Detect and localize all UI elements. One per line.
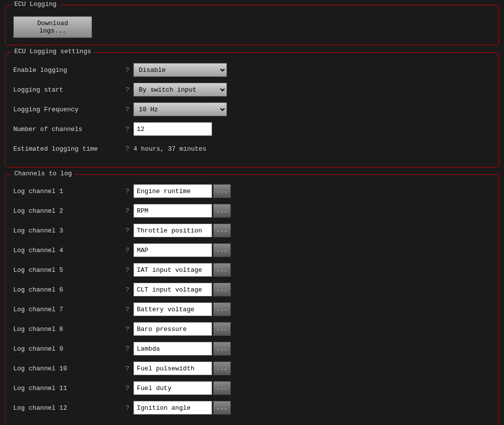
channel-value-input-11[interactable] bbox=[133, 381, 212, 395]
channel-label-9: Log channel 9 bbox=[13, 345, 122, 353]
download-logs-button[interactable]: Download logs... bbox=[13, 16, 92, 38]
channel-label-2: Log channel 2 bbox=[13, 207, 122, 215]
channel-row-4: Log channel 4?... bbox=[13, 242, 491, 259]
channel-browse-button-1[interactable]: ... bbox=[213, 184, 231, 198]
channel-browse-button-11[interactable]: ... bbox=[213, 381, 231, 395]
channel-value-input-4[interactable] bbox=[133, 243, 212, 257]
ecu-logging-settings-panel: ECU Logging settings Enable logging?Disa… bbox=[5, 52, 499, 167]
channel-row-3: Log channel 3?... bbox=[13, 222, 491, 239]
channel-row-1: Log channel 1?... bbox=[13, 183, 491, 199]
channel-value-input-9[interactable] bbox=[133, 342, 212, 356]
channel-browse-button-5[interactable]: ... bbox=[213, 263, 231, 277]
channel-help-icon-8[interactable]: ? bbox=[122, 326, 133, 333]
ecu-logging-panel: ECU Logging Download logs... bbox=[5, 5, 499, 45]
channels-panel: Channels to log Log channel 1?...Log cha… bbox=[5, 174, 499, 425]
help-icon-estimated_logging_time[interactable]: ? bbox=[122, 145, 133, 153]
help-icon-logging_start[interactable]: ? bbox=[122, 86, 133, 94]
channel-label-1: Log channel 1 bbox=[13, 188, 122, 195]
channel-browse-button-7[interactable]: ... bbox=[213, 302, 231, 316]
channel-label-10: Log channel 10 bbox=[13, 365, 122, 372]
label-enable_logging: Enable logging bbox=[13, 66, 122, 74]
help-icon-logging_frequency[interactable]: ? bbox=[122, 106, 133, 113]
settings-row-estimated_logging_time: Estimated logging time?4 hours, 37 minut… bbox=[13, 140, 491, 157]
channel-value-input-8[interactable] bbox=[133, 322, 212, 336]
channel-help-icon-9[interactable]: ? bbox=[122, 345, 133, 353]
select-enable_logging[interactable]: DisableEnable bbox=[133, 63, 227, 77]
channel-help-icon-7[interactable]: ? bbox=[122, 306, 133, 313]
channel-browse-button-3[interactable]: ... bbox=[213, 224, 231, 237]
channel-label-8: Log channel 8 bbox=[13, 326, 122, 333]
channel-label-12: Log channel 12 bbox=[13, 404, 122, 412]
channel-row-7: Log channel 7?... bbox=[13, 301, 491, 318]
settings-row-enable_logging: Enable logging?DisableEnable bbox=[13, 62, 491, 78]
channel-row-12: Log channel 12?... bbox=[13, 399, 491, 416]
channel-row-6: Log channel 6?... bbox=[13, 281, 491, 298]
channel-label-7: Log channel 7 bbox=[13, 306, 122, 313]
label-estimated_logging_time: Estimated logging time bbox=[13, 145, 122, 153]
select-logging_start[interactable]: By switch inputAlwaysBy RPM bbox=[133, 83, 227, 97]
channel-value-input-6[interactable] bbox=[133, 283, 212, 296]
channel-label-4: Log channel 4 bbox=[13, 247, 122, 254]
settings-row-logging_start: Logging start?By switch inputAlwaysBy RP… bbox=[13, 81, 491, 98]
label-logging_start: Logging start bbox=[13, 86, 122, 94]
label-logging_frequency: Logging Frequency bbox=[13, 106, 122, 113]
channel-help-icon-2[interactable]: ? bbox=[122, 207, 133, 215]
channel-row-11: Log channel 11?... bbox=[13, 380, 491, 396]
channel-help-icon-11[interactable]: ? bbox=[122, 385, 133, 392]
channel-value-input-1[interactable] bbox=[133, 184, 212, 198]
settings-row-logging_frequency: Logging Frequency?1 Hz5 Hz10 Hz20 Hz50 H… bbox=[13, 101, 491, 118]
settings-row-number_of_channels: Number of channels? bbox=[13, 121, 491, 137]
channel-value-input-10[interactable] bbox=[133, 361, 212, 375]
channel-help-icon-1[interactable]: ? bbox=[122, 188, 133, 195]
channel-label-5: Log channel 5 bbox=[13, 266, 122, 274]
channel-help-icon-6[interactable]: ? bbox=[122, 286, 133, 294]
channel-label-6: Log channel 6 bbox=[13, 286, 122, 294]
channel-help-icon-10[interactable]: ? bbox=[122, 365, 133, 372]
channel-browse-button-12[interactable]: ... bbox=[213, 401, 231, 415]
value-estimated_logging_time: 4 hours, 37 minutes bbox=[133, 145, 206, 153]
channel-value-input-5[interactable] bbox=[133, 263, 212, 277]
channel-help-icon-5[interactable]: ? bbox=[122, 266, 133, 274]
channel-help-icon-12[interactable]: ? bbox=[122, 404, 133, 412]
channel-row-10: Log channel 10?... bbox=[13, 360, 491, 377]
channel-value-input-7[interactable] bbox=[133, 302, 212, 316]
channel-browse-button-9[interactable]: ... bbox=[213, 342, 231, 356]
channel-browse-button-2[interactable]: ... bbox=[213, 204, 231, 218]
ecu-logging-title: ECU Logging bbox=[11, 0, 60, 8]
channel-value-input-3[interactable] bbox=[133, 224, 212, 237]
channel-browse-button-6[interactable]: ... bbox=[213, 283, 231, 296]
input-number_of_channels[interactable] bbox=[133, 122, 212, 136]
channel-help-icon-4[interactable]: ? bbox=[122, 247, 133, 254]
help-icon-number_of_channels[interactable]: ? bbox=[122, 126, 133, 133]
select-logging_frequency[interactable]: 1 Hz5 Hz10 Hz20 Hz50 Hz100 Hz bbox=[133, 102, 227, 116]
channel-value-input-2[interactable] bbox=[133, 204, 212, 218]
channel-row-8: Log channel 8?... bbox=[13, 321, 491, 337]
label-number_of_channels: Number of channels bbox=[13, 126, 122, 133]
channel-label-11: Log channel 11 bbox=[13, 385, 122, 392]
channel-help-icon-3[interactable]: ? bbox=[122, 227, 133, 234]
channel-browse-button-8[interactable]: ... bbox=[213, 322, 231, 336]
channel-row-5: Log channel 5?... bbox=[13, 262, 491, 278]
ecu-logging-settings-title: ECU Logging settings bbox=[11, 48, 94, 55]
channel-row-9: Log channel 9?... bbox=[13, 340, 491, 357]
channel-browse-button-4[interactable]: ... bbox=[213, 243, 231, 257]
channel-browse-button-10[interactable]: ... bbox=[213, 361, 231, 375]
channel-value-input-12[interactable] bbox=[133, 401, 212, 415]
help-icon-enable_logging[interactable]: ? bbox=[122, 66, 133, 74]
channel-label-3: Log channel 3 bbox=[13, 227, 122, 234]
channel-row-2: Log channel 2?... bbox=[13, 202, 491, 219]
channels-title: Channels to log bbox=[11, 170, 75, 177]
